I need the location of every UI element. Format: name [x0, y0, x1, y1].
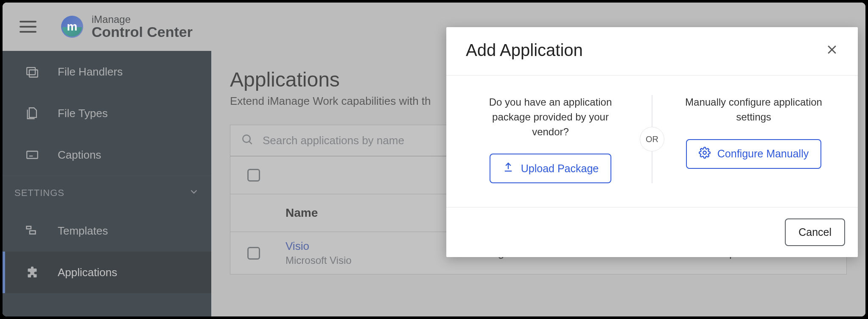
svg-point-8: [703, 151, 706, 154]
upload-package-button[interactable]: Upload Package: [490, 154, 611, 183]
configure-manually-button[interactable]: Configure Manually: [686, 139, 821, 169]
upload-question: Do you have an application package provi…: [481, 95, 621, 139]
upload-package-label: Upload Package: [521, 162, 599, 175]
gear-icon: [699, 147, 711, 161]
cancel-button[interactable]: Cancel: [785, 218, 845, 246]
modal-divider: OR: [635, 95, 669, 183]
close-icon[interactable]: [826, 43, 838, 58]
add-application-modal: Add Application Do you have an applicati…: [446, 27, 858, 257]
upload-icon: [502, 161, 514, 176]
or-label: OR: [640, 127, 664, 151]
configure-manually-label: Configure Manually: [717, 148, 809, 160]
cancel-label: Cancel: [798, 226, 832, 238]
configure-question: Manually configure application settings: [684, 95, 824, 125]
modal-title: Add Application: [466, 41, 583, 60]
